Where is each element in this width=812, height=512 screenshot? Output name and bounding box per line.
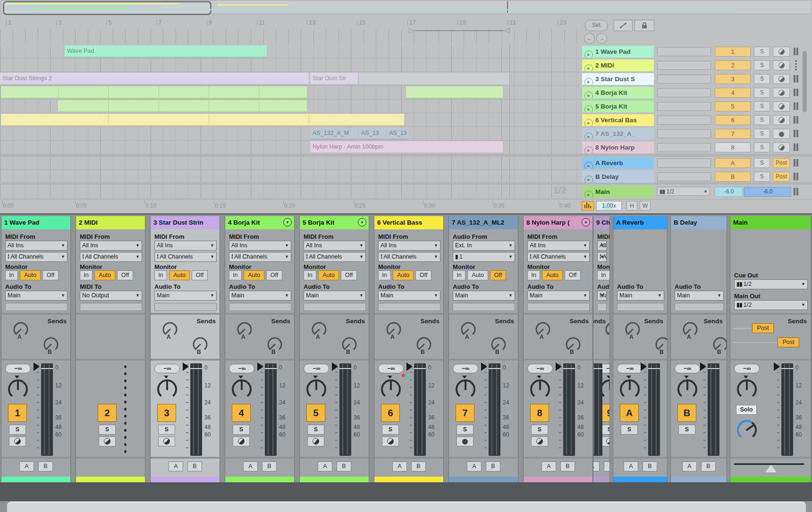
- fold-arrow-icon[interactable]: ▼: [358, 218, 366, 227]
- volume-display-pill[interactable]: −∞: [734, 364, 760, 373]
- fader-handle-icon[interactable]: [641, 362, 647, 371]
- arm-session-button[interactable]: [99, 436, 116, 446]
- arrangement-lane[interactable]: [0, 156, 581, 170]
- pan-knob[interactable]: [619, 378, 641, 400]
- track-number-chip[interactable]: 7: [715, 129, 751, 139]
- monitor-off-button[interactable]: Off: [415, 270, 431, 280]
- arrangement-clip[interactable]: [406, 86, 503, 99]
- track-name-plate[interactable]: ▶A Reverb: [582, 157, 654, 169]
- fader-level-line[interactable]: [190, 368, 202, 369]
- monitor-in-button[interactable]: In: [453, 270, 465, 280]
- set-button[interactable]: Set: [585, 20, 608, 31]
- volume-display-pill[interactable]: −∞: [304, 364, 329, 373]
- output-status-box[interactable]: [80, 303, 142, 311]
- track-number-chip[interactable]: 8: [715, 143, 751, 152]
- track-name-plate[interactable]: ▶7 AS_132_A_: [582, 128, 654, 140]
- solo-chip[interactable]: S: [754, 143, 770, 152]
- input-type-dropdown[interactable]: Ext. In▼: [453, 241, 515, 251]
- monitor-off-button[interactable]: Off: [565, 270, 581, 280]
- fader-handle-icon[interactable]: [183, 362, 189, 371]
- monitor-auto-button[interactable]: Auto: [169, 270, 190, 280]
- solo-chip[interactable]: S: [754, 101, 770, 111]
- zoom-width-button[interactable]: W: [640, 201, 651, 210]
- arrangement-lane[interactable]: [0, 170, 581, 184]
- monitor-in-button[interactable]: In: [5, 270, 18, 280]
- output-status-box[interactable]: [617, 303, 664, 311]
- track-value-box[interactable]: [657, 143, 711, 152]
- lock-envelopes-button[interactable]: [634, 20, 654, 31]
- loop-end-icon[interactable]: ◁: [504, 26, 509, 34]
- track-number-chip[interactable]: 2: [715, 60, 751, 70]
- monitor-auto-button[interactable]: Auto: [318, 270, 339, 280]
- monitor-in-button[interactable]: In: [229, 270, 242, 280]
- cue-volume-knob[interactable]: [736, 419, 758, 441]
- output-status-box[interactable]: [378, 303, 440, 311]
- main-out-dropdown[interactable]: ▮▮1/2▼: [734, 300, 808, 310]
- track-play-icon[interactable]: ▶: [584, 92, 593, 99]
- loop-brace[interactable]: ▷ ◁: [409, 27, 509, 35]
- mixer-track-title[interactable]: 8 Nylon Harp (▼: [524, 216, 592, 229]
- track-name-plate[interactable]: ▶5 Borja Kit: [582, 101, 654, 112]
- arm-chip[interactable]: [773, 88, 790, 98]
- arm-chip[interactable]: [773, 143, 790, 152]
- input-channel-dropdown[interactable]: ⁞All Channels▼: [527, 252, 590, 262]
- solo-button[interactable]: S: [99, 425, 116, 435]
- arrangement-grid[interactable]: Wave PadStar Dust Strings 2Star Dust Str…: [0, 45, 581, 198]
- solo-button[interactable]: S: [233, 425, 250, 435]
- monitor-auto-button[interactable]: Auto: [94, 270, 115, 280]
- fader-level-line[interactable]: [593, 368, 602, 369]
- arrangement-clip[interactable]: AS_132_A_M: [310, 127, 358, 140]
- monitor-off-button[interactable]: Off: [490, 270, 506, 280]
- monitor-off-button[interactable]: Off: [266, 270, 282, 280]
- input-channel-dropdown[interactable]: ⁞All Channels▼: [154, 252, 217, 262]
- solo-button[interactable]: S: [678, 425, 695, 435]
- input-type-dropdown[interactable]: All Ins▼: [527, 241, 590, 251]
- pan-knob[interactable]: [529, 378, 551, 400]
- track-play-icon[interactable]: ▶: [584, 146, 593, 153]
- output-dropdown[interactable]: Main▼: [675, 291, 724, 301]
- mixer-track-title[interactable]: B Delay: [671, 216, 727, 229]
- volume-display-pill[interactable]: −∞: [453, 364, 478, 373]
- nav-forward-button[interactable]: →: [596, 33, 607, 44]
- arm-chip[interactable]: [773, 60, 790, 70]
- arrangement-clip[interactable]: AS_13: [359, 127, 386, 140]
- mixer-track-title[interactable]: 5 Borja Kit▼: [300, 216, 369, 229]
- pan-knob[interactable]: [156, 378, 178, 400]
- track-number-chip[interactable]: 4: [715, 88, 751, 98]
- arrangement-clip[interactable]: Star Dust Strings 2: [0, 73, 309, 85]
- output-status-box[interactable]: [453, 303, 515, 311]
- fader-handle-icon[interactable]: [257, 362, 263, 371]
- track-activator-button[interactable]: 2: [98, 404, 117, 422]
- solo-chip[interactable]: S: [754, 47, 770, 57]
- mixer-track-title[interactable]: Main: [730, 216, 811, 229]
- solo-chip[interactable]: S: [754, 172, 770, 182]
- crossfade-b-button[interactable]: B: [701, 462, 716, 471]
- track-activator-button[interactable]: 7: [456, 404, 474, 422]
- solo-chip[interactable]: S: [754, 115, 770, 125]
- input-channel-dropdown[interactable]: ▮1▼: [453, 252, 515, 262]
- monitor-off-button[interactable]: Off: [341, 270, 357, 280]
- fader-handle-icon[interactable]: [332, 362, 338, 371]
- track-play-icon[interactable]: ▶: [584, 105, 593, 112]
- pan-knob[interactable]: [455, 378, 476, 400]
- mixer-track-title[interactable]: 4 Borja Kit▼: [225, 216, 294, 229]
- cue-out-dropdown[interactable]: ▮▮1/2▼: [734, 279, 808, 289]
- track-activator-button[interactable]: 6: [381, 404, 400, 422]
- input-channel-dropdown[interactable]: ⁞All Channels▼: [304, 252, 366, 262]
- input-channel-dropdown[interactable]: ⁞All Channels▼: [80, 252, 142, 262]
- output-dropdown[interactable]: Main▼: [617, 291, 664, 301]
- arm-chip[interactable]: [773, 47, 790, 57]
- solo-chip[interactable]: S: [754, 129, 770, 139]
- post-toggle[interactable]: Post: [773, 172, 790, 182]
- nav-back-button[interactable]: ←: [584, 33, 595, 44]
- track-name-plate[interactable]: ▶1 Wave Pad: [582, 46, 654, 58]
- output-dropdown[interactable]: Main▼: [5, 291, 68, 301]
- arm-session-button[interactable]: [9, 436, 26, 446]
- track-number-chip[interactable]: 1: [715, 47, 751, 57]
- monitor-off-button[interactable]: Off: [192, 270, 208, 280]
- arrangement-clip[interactable]: Wave Pad: [65, 45, 267, 58]
- pan-knob[interactable]: [7, 378, 29, 400]
- track-value-box[interactable]: [657, 75, 711, 84]
- crossfade-a-button[interactable]: A: [467, 462, 482, 471]
- track-name-plate[interactable]: ▶4 Borja Kit: [582, 87, 654, 99]
